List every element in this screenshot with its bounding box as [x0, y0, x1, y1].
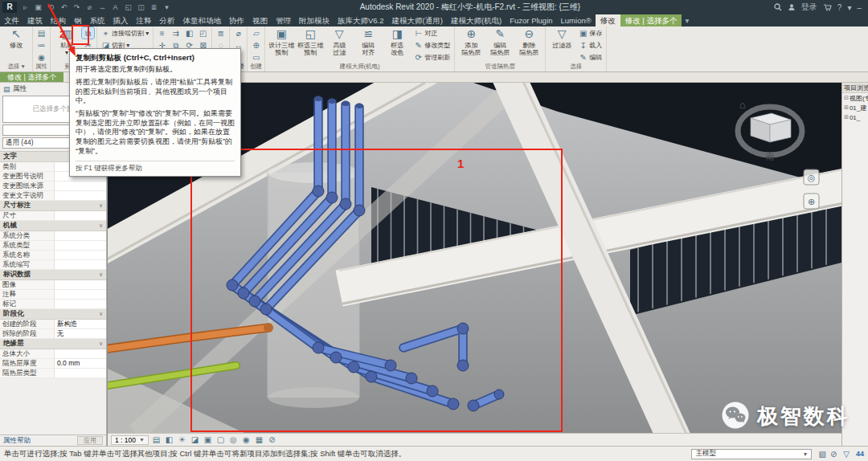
worksets-icon[interactable]: ▧	[818, 450, 825, 459]
create-assembly-button[interactable]: ▭	[250, 51, 262, 63]
design-option-select[interactable]: 主模型 ▼	[691, 449, 812, 459]
load-selection-button[interactable]: ↧载入	[577, 39, 604, 51]
property-group-header[interactable]: 标识数据∨	[0, 270, 106, 280]
mirror-button[interactable]: ◧	[183, 27, 195, 39]
property-group-header[interactable]: 阶段化∨	[0, 309, 106, 320]
modify-button[interactable]: ↖修改	[2, 27, 30, 49]
edit-insulation-button[interactable]: ✎编辑隔热层	[486, 27, 514, 56]
viewcube-south-label[interactable]: 南	[766, 152, 775, 161]
cope-button[interactable]: ⌖连接端切割 ▾	[100, 27, 150, 39]
property-group-header[interactable]: 机械∨	[0, 221, 106, 231]
apply-button[interactable]: 应用	[77, 436, 103, 445]
create-similar-button[interactable]: ⊕	[250, 39, 262, 51]
login-label[interactable]: 登录	[801, 2, 817, 13]
properties-help-link[interactable]: 属性帮助	[3, 436, 31, 446]
tab-文件[interactable]: 文件	[0, 14, 23, 27]
redo-icon[interactable]: ↷	[71, 3, 83, 11]
ribbon-collapse-icon[interactable]: ▾	[682, 14, 692, 27]
crop-region-icon[interactable]: ▢	[215, 435, 226, 444]
box-recolor-button[interactable]: ◨框选改色	[383, 27, 411, 56]
design-3d-prefab-button[interactable]: ▣设计三维预制	[268, 27, 295, 56]
properties-button[interactable]: ▤	[35, 27, 47, 39]
sync-icon[interactable]: ⟲	[45, 3, 57, 11]
box-3d-prefab-button[interactable]: ◱框选三维预制	[297, 27, 324, 56]
tab-Lumion®[interactable]: Lumion®	[557, 14, 596, 27]
manage-refresh-button[interactable]: ⟳管理刷新	[412, 51, 452, 63]
tree-expand-icon[interactable]: ⊞	[844, 104, 849, 111]
tab-建筑[interactable]: 建筑	[23, 14, 47, 27]
selection-count[interactable]: 44	[856, 450, 864, 458]
scale-button[interactable]: ◰	[197, 27, 209, 39]
temporary-hide-icon[interactable]: ◎	[228, 435, 239, 444]
help-caret-icon[interactable]: ▾	[847, 3, 851, 12]
tree-expand-icon[interactable]: ⊟	[844, 95, 849, 101]
minimize-icon[interactable]: –	[857, 3, 862, 12]
section-icon[interactable]: ◫	[135, 3, 147, 11]
pin-button[interactable]: ◉	[35, 51, 47, 63]
modify-type-button[interactable]: ✎修改类型	[412, 39, 452, 51]
revit-logo-icon[interactable]: R	[2, 2, 17, 13]
detail-level-icon[interactable]: ▤	[151, 435, 162, 444]
help-icon[interactable]: ?	[837, 3, 842, 12]
add-insulation-button[interactable]: ⊕添加隔热层	[457, 27, 485, 56]
remove-insulation-button[interactable]: ⊖删除隔热层	[515, 27, 542, 56]
offset-button[interactable]: ⇉	[170, 27, 182, 39]
advanced-filter-button[interactable]: ▽高级过滤	[326, 27, 353, 56]
crop-view-icon[interactable]: ▣	[203, 435, 213, 444]
scale-selector[interactable]: 1 : 100 ▼	[111, 435, 149, 445]
tab-协作[interactable]: 协作	[225, 14, 248, 27]
tab-注释[interactable]: 注释	[133, 14, 156, 27]
save-selection-button[interactable]: ▣保存	[577, 27, 604, 39]
shadows-icon[interactable]: ◪	[190, 435, 200, 444]
browser-item[interactable]: ⊟视图(专	[842, 93, 868, 103]
tab-建模大师(机电)[interactable]: 建模大师(机电)	[447, 14, 506, 27]
filter-icon[interactable]: ▽	[843, 450, 850, 459]
user-icon[interactable]	[788, 3, 796, 11]
thin-lines-icon[interactable]: ≣	[148, 3, 160, 11]
property-group-header[interactable]: 尺寸标注∨	[0, 201, 106, 211]
constraints-icon[interactable]: ⊘	[267, 435, 277, 444]
property-group-header[interactable]: 绝缘层∨	[0, 339, 106, 349]
home-icon[interactable]: ⌂	[739, 99, 746, 111]
measure-icon[interactable]: ⌀	[84, 3, 96, 11]
tab-建模大师(通用)[interactable]: 建模大师(通用)	[388, 14, 447, 27]
create-group-button[interactable]: ▱	[250, 27, 262, 39]
zoom-button[interactable]: ⊕	[808, 197, 815, 206]
undo-icon[interactable]: ↶	[58, 3, 70, 11]
tab-管理[interactable]: 管理	[272, 14, 295, 27]
app-store-icon[interactable]	[823, 3, 832, 11]
aligned-dimension-icon[interactable]: ↔	[96, 3, 108, 11]
tab-分析[interactable]: 分析	[156, 14, 179, 27]
reveal-hidden-icon[interactable]: ◉	[241, 435, 252, 444]
tab-附加模块[interactable]: 附加模块	[295, 14, 334, 27]
justify-button[interactable]: ⊢对正	[412, 27, 452, 39]
tab-modify[interactable]: 修改	[596, 14, 620, 27]
text-note-icon[interactable]: A	[109, 3, 121, 11]
visual-style-icon[interactable]: ◧	[164, 435, 174, 444]
browser-item[interactable]: ⊞01_建	[842, 103, 868, 112]
filter-button[interactable]: ▽过滤器	[548, 27, 575, 49]
search-icon[interactable]	[774, 3, 782, 11]
tab-族库大师V6.2[interactable]: 族库大师V6.2	[334, 14, 388, 27]
tree-expand-icon[interactable]: ⊞	[844, 114, 849, 120]
customize-qat-icon[interactable]: ▾	[161, 3, 173, 11]
browser-item[interactable]: ⊞01_	[842, 112, 868, 122]
tab-体量和场地[interactable]: 体量和场地	[179, 14, 226, 27]
exclude-links-icon[interactable]: ⊘	[830, 450, 837, 459]
thin-lines-button[interactable]: ≣	[215, 27, 227, 39]
navigation-wheel-button[interactable]: ◎	[808, 173, 816, 182]
align-button[interactable]: ≡	[156, 27, 168, 39]
tab-结构[interactable]: 结构	[47, 14, 70, 27]
edit-selection-button[interactable]: ✎编辑	[577, 51, 604, 63]
edit-align-button[interactable]: ≌编辑对齐	[354, 27, 382, 56]
tab-视图[interactable]: 视图	[248, 14, 272, 27]
sun-path-icon[interactable]: ☀	[177, 435, 187, 444]
tab-插入[interactable]: 插入	[109, 14, 133, 27]
save-icon[interactable]: ▣	[32, 3, 44, 11]
family-types-button[interactable]: ≔	[35, 39, 47, 51]
tab-modify-context[interactable]: 修改 | 选择多个	[620, 14, 682, 27]
open-icon[interactable]: ▹	[19, 3, 31, 11]
measure-button[interactable]: ⌀	[232, 27, 244, 39]
temporary-view-properties-icon[interactable]: ▦	[254, 435, 264, 444]
default-3d-view-icon[interactable]: ◱	[122, 3, 134, 11]
